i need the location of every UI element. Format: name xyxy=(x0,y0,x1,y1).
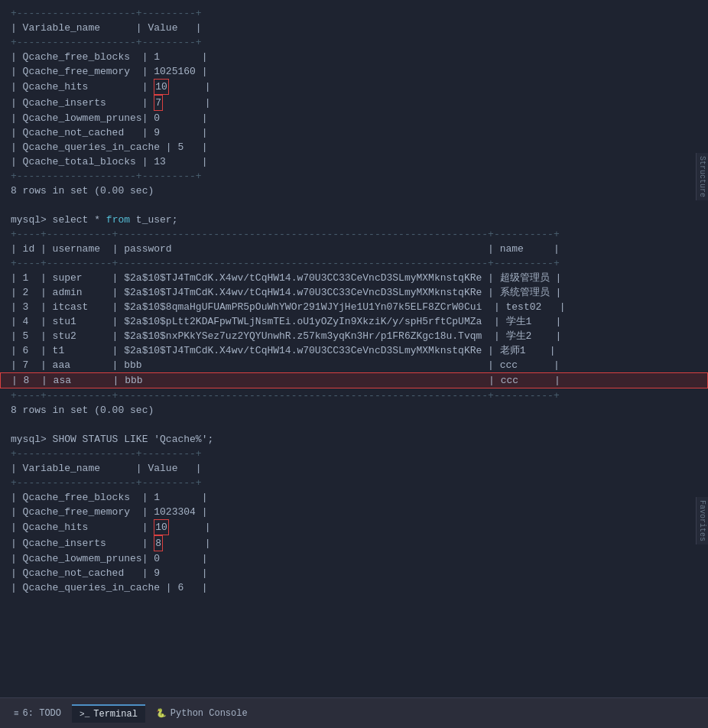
user-row-2: | 2 | admin | $2a$10$TJ4TmCdK.X4wv/tCqHW… xyxy=(0,285,708,300)
tab-python[interactable]: 🐍 Python Console xyxy=(148,705,255,722)
todo-icon: ≡ xyxy=(14,709,19,718)
user-row-6: | 6 | t1 | $2a$10$TJ4TmCdK.X4wv/tCqHW14.… xyxy=(0,343,708,358)
top-separator-line: +--------------------+---------+ xyxy=(0,6,708,21)
row-free-memory: | Qcache_free_memory | 1025160 | xyxy=(0,64,708,79)
python-icon: 🐍 xyxy=(156,708,167,718)
tab-terminal[interactable]: >_ Terminal xyxy=(72,704,145,723)
variable-header-row: | Variable_name | Value | xyxy=(0,21,708,35)
row-inserts: | Qcache_inserts | 7 | xyxy=(0,95,708,111)
user-row-7: | 7 | aaa | bbb | ccc | xyxy=(0,358,708,372)
hits2-value-highlight: 10 xyxy=(154,519,169,535)
user-row-4: | 4 | stu1 | $2a$10$pLtt2KDAFpwTWLjNsmTE… xyxy=(0,314,708,329)
status-row-free-blocks: | Qcache_free_blocks | 1 | xyxy=(0,490,708,505)
row-free-blocks: | Qcache_free_blocks | 1 | xyxy=(0,50,708,64)
terminal-container: +--------------------+---------+ | Varia… xyxy=(0,0,708,697)
blank-2 xyxy=(0,418,708,432)
status-row-queries: | Qcache_queries_in_cache | 6 | xyxy=(0,580,708,595)
row-queries-cache: | Qcache_queries_in_cache | 5 | xyxy=(0,140,708,154)
status-row-hits: | Qcache_hits | 10 | xyxy=(0,519,708,535)
user-table-header: | id | username | password | name | xyxy=(0,242,708,256)
user-row-8-highlighted: | 8 | asa | bbb | ccc | xyxy=(0,372,708,388)
user-row-1: | 1 | super | $2a$10$TJ4TmCdK.X4wv/tCqHW… xyxy=(0,271,708,285)
user-table-sep1: +----+-----------+----------------------… xyxy=(0,227,708,242)
terminal-icon: >_ xyxy=(80,710,89,719)
tab-todo-label: 6: TODO xyxy=(23,708,61,719)
row-count-2: 8 rows in set (0.00 sec) xyxy=(0,403,708,418)
select-command: mysql> select * from t_user; xyxy=(0,213,708,227)
status-header: | Variable_name | Value | xyxy=(0,461,708,476)
status-sep1: +--------------------+---------+ xyxy=(0,447,708,461)
bottom-separator-1: +--------------------+---------+ xyxy=(0,169,708,184)
status-row-free-memory: | Qcache_free_memory | 1023304 | xyxy=(0,505,708,519)
row-hits: | Qcache_hits | 10 | xyxy=(0,79,708,95)
status-row-lowmem: | Qcache_lowmem_prunes| 0 | xyxy=(0,551,708,566)
blank-1 xyxy=(0,198,708,213)
row-not-cached: | Qcache_not_cached | 9 | xyxy=(0,125,708,140)
status-row-not-cached: | Qcache_not_cached | 9 | xyxy=(0,566,708,580)
user-table-sep2: +----+-----------+----------------------… xyxy=(0,256,708,271)
user-row-3: | 3 | itcast | $2a$10$8qmaHgUFUAmPR5pOuW… xyxy=(0,300,708,314)
status-row-inserts: | Qcache_inserts | 8 | xyxy=(0,535,708,551)
tab-todo[interactable]: ≡ 6: TODO xyxy=(6,705,69,722)
user-row-5: | 5 | stu2 | $2a$10$nxPKkYSez7uz2YQYUnwh… xyxy=(0,329,708,343)
show-status-command: mysql> SHOW STATUS LIKE 'Qcache%'; xyxy=(0,432,708,447)
header-separator: +--------------------+---------+ xyxy=(0,35,708,50)
row-total-blocks: | Qcache_total_blocks | 13 | xyxy=(0,154,708,169)
structure-label: Structure xyxy=(696,153,708,200)
tab-terminal-label: Terminal xyxy=(93,709,138,720)
favorites-label: Favorites xyxy=(696,497,708,544)
inserts2-value-highlight: 8 xyxy=(154,535,163,551)
tab-python-label: Python Console xyxy=(171,708,248,719)
row-lowmem: | Qcache_lowmem_prunes| 0 | xyxy=(0,111,708,125)
status-sep2: +--------------------+---------+ xyxy=(0,476,708,490)
row-count-1: 8 rows in set (0.00 sec) xyxy=(0,184,708,198)
hits-value-highlight: 10 xyxy=(154,79,169,95)
inserts-value-highlight: 7 xyxy=(154,95,163,111)
bottom-bar: ≡ 6: TODO >_ Terminal 🐍 Python Console xyxy=(0,697,708,728)
user-table-sep3: +----+-----------+----------------------… xyxy=(0,388,708,403)
